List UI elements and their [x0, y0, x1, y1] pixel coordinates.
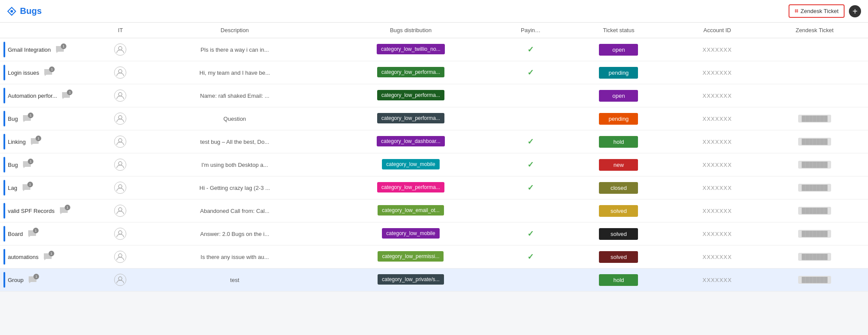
- zendesk-ticket-button[interactable]: ⌗ Zendesk Ticket: [789, 4, 845, 18]
- table-row[interactable]: Group 1 testcategory_low_private/s...hol…: [0, 269, 868, 292]
- check-icon: ✓: [527, 183, 534, 192]
- row-name: valid SPF Records: [8, 208, 55, 214]
- chat-icon[interactable]: 1: [22, 114, 32, 123]
- user-avatar: [114, 251, 126, 263]
- table-container: IT Description Bugs distribution Payin… …: [0, 23, 868, 292]
- chat-icon[interactable]: 1: [43, 68, 53, 77]
- row-account-id-cell: XXXXXXX: [673, 269, 761, 292]
- row-paying-cell: ✓: [497, 38, 564, 61]
- svg-point-8: [118, 185, 122, 188]
- chat-icon[interactable]: 1: [61, 91, 71, 100]
- chat-badge: 1: [67, 90, 72, 95]
- chat-badge: 1: [33, 228, 39, 233]
- row-name: Board: [8, 231, 23, 237]
- svg-point-1: [10, 10, 13, 13]
- row-description-cell: Question: [145, 107, 324, 130]
- tag-badge: category_low_mobile: [382, 228, 440, 239]
- row-paying-cell: ✓: [497, 245, 564, 269]
- status-badge: open: [599, 44, 638, 56]
- row-paying-cell: [497, 269, 564, 292]
- row-zendesk-cell: [761, 84, 868, 107]
- chat-icon[interactable]: 1: [55, 45, 65, 54]
- page-title: Bugs: [20, 6, 42, 16]
- check-icon: ✓: [527, 137, 534, 146]
- svg-point-7: [118, 162, 122, 165]
- table-row[interactable]: Login issues 1 Hi, my team and I have be…: [0, 61, 868, 84]
- user-avatar: [114, 205, 126, 217]
- row-description-cell: Pls is there a way i can in...: [145, 38, 324, 61]
- table-row[interactable]: Board 1 Answer: 2.0 Bugs on the i...cate…: [0, 222, 868, 245]
- table-row[interactable]: valid SPF Records 1 Abandoned Call from:…: [0, 199, 868, 222]
- check-icon: ✓: [527, 252, 534, 261]
- row-tag-cell: category_low_email_ot...: [324, 199, 497, 222]
- table-row[interactable]: Linking 1 test bug – All the best, Do...…: [0, 130, 868, 153]
- row-status-cell: open: [564, 84, 674, 107]
- header: Bugs ⌗ Zendesk Ticket +: [0, 0, 868, 23]
- chat-icon[interactable]: 1: [30, 137, 39, 146]
- row-name-cell: Gmail Integration 1: [0, 38, 95, 61]
- table-row[interactable]: Automation perfor... 1 Name: rafi shaked…: [0, 84, 868, 107]
- svg-point-4: [118, 93, 122, 96]
- tag-badge: category_low_mobile: [382, 159, 440, 169]
- row-zendesk-cell: ███████: [761, 176, 868, 199]
- chat-badge: 1: [49, 66, 55, 72]
- chat-icon[interactable]: 1: [22, 160, 32, 169]
- row-name: Login issues: [8, 70, 39, 76]
- chat-icon[interactable]: 1: [43, 252, 53, 261]
- table-row[interactable]: Bug 1 I'm using both Desktop a...categor…: [0, 153, 868, 176]
- header-title: Bugs: [7, 6, 789, 16]
- tag-badge: category_low_dashboar...: [377, 136, 445, 146]
- tag-badge: category_low_performa...: [377, 182, 444, 192]
- row-name-cell: Linking 1: [0, 130, 95, 153]
- row-indicator-bar: [3, 180, 5, 196]
- row-zendesk-cell: [761, 38, 868, 61]
- row-status-cell: pending: [564, 61, 674, 84]
- row-zendesk-cell: ███████: [761, 107, 868, 130]
- row-it-cell: [95, 130, 145, 153]
- check-icon: ✓: [527, 229, 534, 238]
- row-status-cell: hold: [564, 269, 674, 292]
- row-status-cell: hold: [564, 130, 674, 153]
- diamond-icon: [7, 7, 16, 16]
- add-button[interactable]: +: [849, 5, 861, 17]
- row-paying-cell: ✓: [497, 153, 564, 176]
- row-name: automations: [8, 254, 39, 260]
- row-account-id-cell: XXXXXXX: [673, 176, 761, 199]
- row-account-id-cell: XXXXXXX: [673, 245, 761, 269]
- row-paying-cell: ✓: [497, 130, 564, 153]
- zendesk-id-value: ███████: [798, 230, 831, 238]
- row-account-id-cell: XXXXXXX: [673, 38, 761, 61]
- user-avatar: [114, 228, 126, 240]
- chat-icon[interactable]: 1: [28, 275, 37, 284]
- status-badge: open: [599, 90, 638, 102]
- row-paying-cell: ✓: [497, 61, 564, 84]
- row-description-cell: Name: rafi shaked Email: ...: [145, 84, 324, 107]
- status-badge: pending: [599, 113, 638, 125]
- row-description-cell: Is there any issue with au...: [145, 245, 324, 269]
- table-row[interactable]: Gmail Integration 1 Pls is there a way i…: [0, 38, 868, 61]
- user-avatar: [114, 113, 126, 125]
- row-status-cell: solved: [564, 222, 674, 245]
- table-row[interactable]: automations 1 Is there any issue with au…: [0, 245, 868, 269]
- row-indicator-bar: [3, 157, 5, 172]
- row-tag-cell: category_low_twillio_no...: [324, 38, 497, 61]
- row-name-cell: Login issues 1: [0, 61, 95, 84]
- col-description: Description: [145, 23, 324, 38]
- row-tag-cell: category_low_mobile: [324, 222, 497, 245]
- table-row[interactable]: Lag 1 Hi - Getting crazy lag (2-3 ...cat…: [0, 176, 868, 199]
- table-row[interactable]: Bug 1 Questioncategory_low_performa...pe…: [0, 107, 868, 130]
- user-avatar: [114, 136, 126, 148]
- row-indicator-bar: [3, 134, 5, 149]
- chat-badge: 1: [61, 43, 66, 49]
- chat-icon[interactable]: 1: [27, 229, 37, 238]
- chat-icon[interactable]: 1: [22, 183, 31, 192]
- user-avatar: [114, 90, 126, 102]
- row-tag-cell: category_low_dashboar...: [324, 130, 497, 153]
- row-status-cell: solved: [564, 245, 674, 269]
- user-avatar: [114, 66, 126, 79]
- check-icon: ✓: [527, 160, 534, 169]
- chat-icon[interactable]: 1: [59, 206, 69, 215]
- zendesk-logo-icon: ⌗: [795, 7, 798, 15]
- row-status-cell: open: [564, 38, 674, 61]
- chat-badge: 1: [49, 251, 54, 256]
